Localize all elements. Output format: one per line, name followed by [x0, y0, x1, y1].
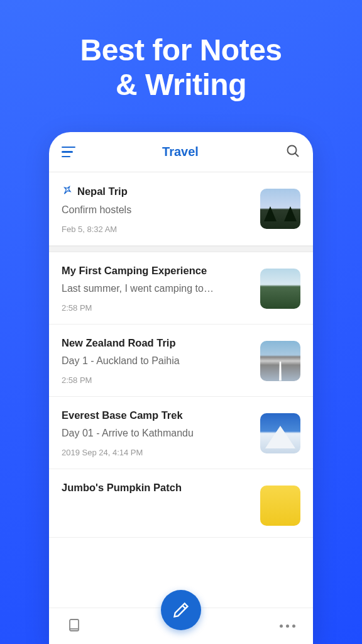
- search-icon[interactable]: [285, 143, 300, 161]
- compose-button[interactable]: [161, 590, 201, 630]
- note-preview: Day 01 - Arrive to Kathmandu: [62, 428, 251, 439]
- note-title: Nepal Trip: [77, 186, 128, 197]
- pin-icon: [62, 185, 72, 198]
- note-timestamp: Feb 5, 8:32 AM: [62, 225, 251, 234]
- notebook-icon[interactable]: [67, 618, 82, 635]
- phone-frame: Travel Nepal Trip Confirm hostels Feb 5,…: [49, 132, 313, 644]
- page-title: Travel: [162, 145, 199, 159]
- note-item[interactable]: Jumbo's Pumpkin Patch: [49, 469, 313, 538]
- section-divider: [49, 246, 313, 252]
- menu-icon[interactable]: [62, 147, 75, 158]
- svg-line-1: [295, 153, 299, 157]
- note-item[interactable]: New Zealand Road Trip Day 1 - Auckland t…: [49, 325, 313, 397]
- note-thumbnail: [260, 189, 300, 229]
- note-thumbnail: [260, 341, 300, 381]
- note-preview: Day 1 - Auckland to Paihia: [62, 355, 251, 367]
- note-title: Everest Base Camp Trek: [62, 409, 183, 421]
- note-title: Jumbo's Pumpkin Patch: [62, 482, 182, 494]
- note-title: New Zealand Road Trip: [62, 337, 176, 349]
- note-thumbnail: [260, 486, 300, 526]
- note-timestamp: 2:58 PM: [62, 375, 251, 385]
- svg-point-0: [287, 145, 296, 154]
- note-thumbnail: [260, 413, 300, 453]
- note-timestamp: 2019 Sep 24, 4:14 PM: [62, 448, 251, 457]
- more-icon[interactable]: [280, 625, 295, 628]
- note-preview: Last summer, I went camping to…: [62, 283, 251, 294]
- hero-heading: Best for Notes& Writing: [0, 0, 362, 102]
- note-preview: Confirm hostels: [62, 204, 251, 216]
- note-timestamp: 2:58 PM: [62, 303, 251, 313]
- note-thumbnail: [260, 269, 300, 309]
- note-item[interactable]: My First Camping Experience Last summer,…: [49, 252, 313, 325]
- notes-list: Nepal Trip Confirm hostels Feb 5, 8:32 A…: [49, 172, 313, 538]
- topbar: Travel: [49, 132, 313, 172]
- note-title: My First Camping Experience: [62, 265, 207, 277]
- svg-line-4: [182, 606, 185, 609]
- note-item[interactable]: Nepal Trip Confirm hostels Feb 5, 8:32 A…: [49, 172, 313, 246]
- note-item[interactable]: Everest Base Camp Trek Day 01 - Arrive t…: [49, 397, 313, 469]
